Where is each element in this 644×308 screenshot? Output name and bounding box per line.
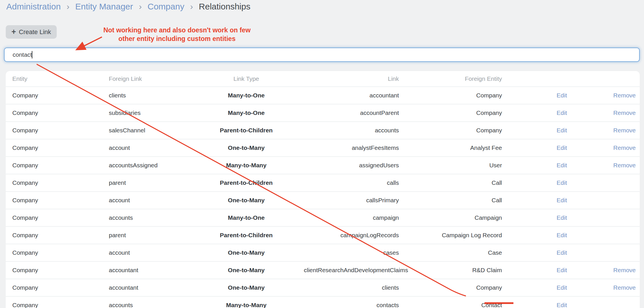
- cell-link-type: One-to-Many: [189, 192, 304, 209]
- cell-link: calls: [304, 174, 399, 192]
- table-row: Company accounts Many-to-Many contacts C…: [6, 297, 640, 308]
- cell-foreign-entity: R&D Claim: [399, 262, 502, 279]
- cell-foreign-link: accountant: [103, 279, 189, 297]
- header-link-type: Link Type: [189, 71, 304, 87]
- cell-foreign-entity: Company: [399, 87, 502, 104]
- cell-foreign-entity: Company: [399, 104, 502, 122]
- annotation-note: Not working here and also doesn't work o…: [99, 26, 255, 43]
- table-header-row: Entity Foreign Link Link Type Link Forei…: [6, 71, 640, 87]
- cell-link-type: One-to-Many: [189, 139, 304, 157]
- cell-foreign-entity: Contact: [399, 297, 502, 308]
- cell-link-type: One-to-Many: [189, 244, 304, 262]
- cell-entity: Company: [6, 174, 103, 192]
- edit-link[interactable]: Edit: [557, 162, 567, 168]
- edit-link[interactable]: Edit: [557, 127, 567, 134]
- remove-link[interactable]: Remove: [613, 284, 636, 291]
- cell-link: analystFeesItems: [304, 139, 399, 157]
- cell-foreign-entity: Company: [399, 122, 502, 139]
- cell-foreign-link: account: [103, 244, 189, 262]
- annotation-line-2: other entity including custom entities: [99, 34, 255, 43]
- cell-foreign-entity: Analyst Fee: [399, 139, 502, 157]
- cell-link-type: One-to-Many: [189, 262, 304, 279]
- cell-link-type: Many-to-Many: [189, 157, 304, 174]
- cell-entity: Company: [6, 279, 103, 297]
- cell-link-type: Parent-to-Children: [189, 174, 304, 192]
- cell-foreign-entity: Call: [399, 174, 502, 192]
- edit-link[interactable]: Edit: [557, 144, 567, 151]
- table-row: Company parent Parent-to-Children campai…: [6, 227, 640, 244]
- cell-entity: Company: [6, 122, 103, 139]
- cell-link: cases: [304, 244, 399, 262]
- cell-link: accountant: [304, 87, 399, 104]
- cell-link: assignedUsers: [304, 157, 399, 174]
- cell-foreign-entity: User: [399, 157, 502, 174]
- cell-entity: Company: [6, 227, 103, 244]
- edit-link[interactable]: Edit: [557, 197, 567, 203]
- table-row: Company account One-to-Many analystFeesI…: [6, 139, 640, 157]
- breadcrumb-administration[interactable]: Administration: [6, 2, 61, 11]
- table-row: Company account One-to-Many callsPrimary…: [6, 192, 640, 209]
- edit-link[interactable]: Edit: [557, 302, 567, 308]
- create-link-label: Create Link: [19, 28, 51, 36]
- remove-link[interactable]: Remove: [613, 267, 636, 273]
- cell-link: clients: [304, 279, 399, 297]
- cell-foreign-entity: Campaign Log Record: [399, 227, 502, 244]
- cell-entity: Company: [6, 244, 103, 262]
- breadcrumb-separator: ›: [139, 2, 142, 11]
- edit-link[interactable]: Edit: [557, 267, 567, 273]
- table-row: Company accountant One-to-Many clients C…: [6, 279, 640, 297]
- cell-foreign-link: account: [103, 192, 189, 209]
- cell-link-type: Many-to-One: [189, 209, 304, 227]
- remove-link[interactable]: Remove: [613, 92, 636, 99]
- edit-link[interactable]: Edit: [557, 232, 567, 238]
- cell-link-type: Parent-to-Children: [189, 227, 304, 244]
- table-row: Company accountsAssigned Many-to-Many as…: [6, 157, 640, 174]
- cell-entity: Company: [6, 157, 103, 174]
- cell-foreign-link: subsidiaries: [103, 104, 189, 122]
- cell-foreign-entity: Company: [399, 279, 502, 297]
- relationships-table-body: Company clients Many-to-One accountant C…: [6, 87, 640, 308]
- cell-entity: Company: [6, 297, 103, 308]
- create-link-button[interactable]: + Create Link: [6, 25, 57, 39]
- remove-link[interactable]: Remove: [613, 109, 636, 116]
- remove-link[interactable]: Remove: [613, 144, 636, 151]
- breadcrumb-entity-manager[interactable]: Entity Manager: [75, 2, 133, 11]
- page-title: Relationships: [199, 2, 250, 11]
- cell-link-type: Parent-to-Children: [189, 122, 304, 139]
- table-row: Company subsidiaries Many-to-One account…: [6, 104, 640, 122]
- cell-foreign-link: parent: [103, 174, 189, 192]
- remove-link[interactable]: Remove: [613, 162, 636, 168]
- cell-foreign-entity: Call: [399, 192, 502, 209]
- cell-link: accountParent: [304, 104, 399, 122]
- cell-link: campaignLogRecords: [304, 227, 399, 244]
- cell-entity: Company: [6, 104, 103, 122]
- relationships-table: Entity Foreign Link Link Type Link Forei…: [6, 71, 640, 308]
- cell-foreign-link: clients: [103, 87, 189, 104]
- cell-foreign-link: accountant: [103, 262, 189, 279]
- cell-foreign-link: account: [103, 139, 189, 157]
- edit-link[interactable]: Edit: [557, 249, 567, 256]
- breadcrumb: Administration › Entity Manager › Compan…: [6, 2, 250, 11]
- cell-link-type: Many-to-One: [189, 104, 304, 122]
- breadcrumb-company[interactable]: Company: [147, 2, 184, 11]
- search-field-wrap: [4, 48, 640, 62]
- cell-entity: Company: [6, 87, 103, 104]
- search-input[interactable]: [4, 48, 640, 62]
- edit-link[interactable]: Edit: [557, 179, 567, 186]
- cell-foreign-link: accounts: [103, 209, 189, 227]
- remove-link[interactable]: Remove: [613, 127, 636, 134]
- breadcrumb-separator: ›: [66, 2, 69, 11]
- cell-link: callsPrimary: [304, 192, 399, 209]
- edit-link[interactable]: Edit: [557, 109, 567, 116]
- cell-foreign-link: accounts: [103, 297, 189, 308]
- cell-entity: Company: [6, 209, 103, 227]
- edit-link[interactable]: Edit: [557, 214, 567, 221]
- table-row: Company clients Many-to-One accountant C…: [6, 87, 640, 104]
- edit-link[interactable]: Edit: [557, 92, 567, 99]
- cell-link: campaign: [304, 209, 399, 227]
- edit-link[interactable]: Edit: [557, 284, 567, 291]
- entity-manager-relationships-page: Administration › Entity Manager › Compan…: [0, 0, 644, 308]
- text-caret: [32, 51, 32, 58]
- table-row: Company accountant One-to-Many clientRes…: [6, 262, 640, 279]
- cell-entity: Company: [6, 192, 103, 209]
